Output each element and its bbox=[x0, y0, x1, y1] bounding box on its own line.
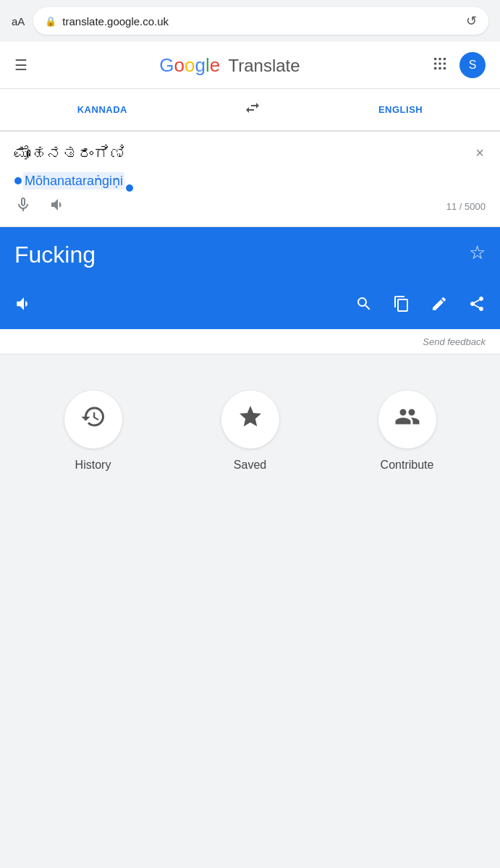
url-text: translate.google.co.uk bbox=[62, 15, 460, 27]
header-right: S bbox=[432, 52, 486, 78]
cursor-handle-right bbox=[126, 184, 133, 192]
saved-button[interactable] bbox=[221, 391, 279, 448]
cursor-handle-left bbox=[14, 177, 22, 184]
char-count: 11 / 5000 bbox=[446, 201, 486, 212]
svg-point-2 bbox=[444, 57, 446, 60]
source-language-button[interactable]: KANNADA bbox=[69, 101, 136, 118]
copy-translation-icon[interactable] bbox=[393, 295, 410, 317]
menu-icon[interactable]: ☰ bbox=[14, 56, 27, 74]
saved-action[interactable]: Saved bbox=[207, 391, 294, 472]
svg-point-3 bbox=[434, 62, 437, 65]
lock-icon: 🔒 bbox=[45, 16, 56, 27]
transliteration-area: Mōhanataraṅgiṇi bbox=[14, 173, 486, 189]
saved-label: Saved bbox=[234, 459, 266, 472]
svg-point-5 bbox=[444, 62, 446, 65]
apps-icon[interactable] bbox=[432, 56, 448, 75]
logo-translate-label: Translate bbox=[228, 56, 300, 75]
language-selector: KANNADA ENGLISH bbox=[0, 89, 500, 132]
swap-languages-icon[interactable] bbox=[244, 99, 261, 120]
svg-point-8 bbox=[444, 67, 446, 69]
svg-point-6 bbox=[434, 67, 437, 69]
contribute-button[interactable] bbox=[378, 391, 436, 448]
contribute-label: Contribute bbox=[381, 459, 434, 472]
translated-text: Fucking bbox=[14, 242, 96, 268]
listen-source-icon[interactable] bbox=[49, 196, 67, 218]
output-controls bbox=[14, 294, 486, 318]
font-size-control[interactable]: aA bbox=[12, 15, 25, 27]
reload-icon[interactable]: ↺ bbox=[466, 13, 477, 29]
bottom-section: History Saved Contribute bbox=[0, 354, 500, 571]
history-button[interactable] bbox=[64, 391, 122, 448]
edit-translation-icon[interactable] bbox=[431, 295, 448, 317]
clear-button[interactable]: × bbox=[474, 143, 486, 163]
feedback-bar: Send feedback bbox=[0, 329, 500, 354]
browser-bar: aA 🔒 translate.google.co.uk ↺ bbox=[0, 0, 500, 42]
svg-point-0 bbox=[434, 57, 437, 60]
svg-point-4 bbox=[438, 62, 441, 65]
input-icons bbox=[14, 196, 67, 218]
search-translation-icon[interactable] bbox=[355, 295, 373, 317]
save-translation-icon[interactable]: ☆ bbox=[469, 242, 486, 264]
saved-icon bbox=[237, 404, 263, 435]
history-icon bbox=[80, 404, 106, 435]
listen-translation-icon[interactable] bbox=[14, 294, 33, 318]
contribute-icon bbox=[394, 404, 420, 435]
output-actions bbox=[355, 295, 486, 317]
input-section: ಮೋಹನತರಂಗಿಣಿ × Mōhanataraṅgiṇi 11 / 5000 bbox=[0, 132, 500, 227]
microphone-icon[interactable] bbox=[14, 196, 32, 218]
share-translation-icon[interactable] bbox=[468, 295, 486, 317]
svg-point-1 bbox=[438, 57, 441, 60]
svg-point-7 bbox=[438, 67, 441, 69]
input-header: ಮೋಹನತರಂಗಿಣಿ × bbox=[14, 143, 486, 166]
history-label: History bbox=[75, 459, 111, 472]
contribute-action[interactable]: Contribute bbox=[364, 391, 451, 472]
app-header: ☰ Google Translate S bbox=[0, 42, 500, 89]
avatar[interactable]: S bbox=[459, 52, 486, 78]
history-action[interactable]: History bbox=[50, 391, 137, 472]
target-language-button[interactable]: ENGLISH bbox=[370, 101, 431, 118]
output-section: Fucking ☆ bbox=[0, 227, 500, 329]
source-text[interactable]: ಮೋಹನತರಂಗಿಣಿ bbox=[14, 143, 126, 166]
send-feedback-link[interactable]: Send feedback bbox=[423, 336, 486, 347]
input-controls: 11 / 5000 bbox=[14, 196, 486, 218]
address-bar[interactable]: 🔒 translate.google.co.uk ↺ bbox=[33, 7, 488, 35]
output-header: Fucking ☆ bbox=[14, 242, 486, 268]
transliteration-text[interactable]: Mōhanataraṅgiṇi bbox=[23, 172, 124, 190]
logo: Google Translate bbox=[159, 54, 300, 77]
